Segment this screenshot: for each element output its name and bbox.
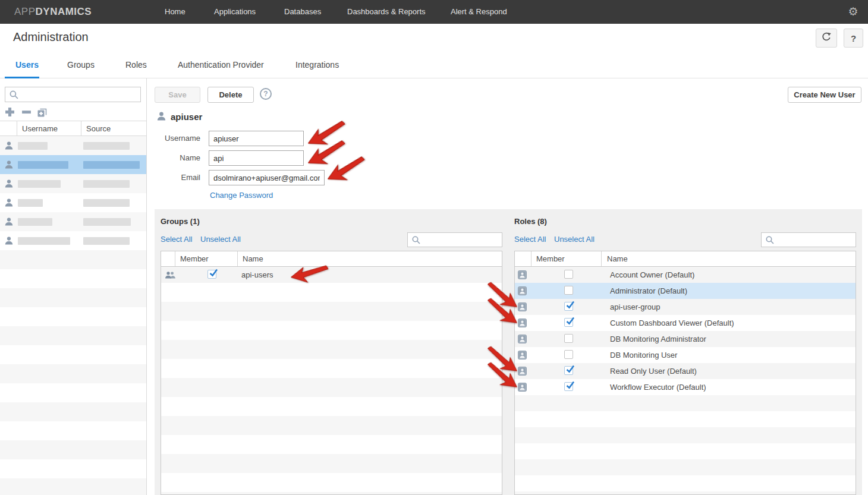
help-circle-icon[interactable]: ? xyxy=(260,88,272,100)
roles-select-all-link[interactable]: Select All xyxy=(514,235,546,244)
username-input[interactable] xyxy=(209,131,304,146)
empty-row xyxy=(0,288,146,307)
member-checkbox[interactable] xyxy=(564,270,573,279)
user-row[interactable] xyxy=(0,212,147,231)
gear-icon[interactable]: ⚙ xyxy=(847,5,860,18)
name-input[interactable] xyxy=(209,150,304,166)
membership-panel: Groups (1) Select All Unselect All Membe… xyxy=(155,209,862,495)
username-redacted xyxy=(18,199,43,207)
empty-row xyxy=(161,454,502,473)
search-icon xyxy=(411,235,421,245)
email-label: Email xyxy=(144,170,200,185)
nav-item-home[interactable]: Home xyxy=(165,0,185,24)
role-row-workflow-executor-default[interactable]: Workflow Executor (Default) xyxy=(515,379,856,395)
role-name: Account Owner (Default) xyxy=(610,270,694,279)
empty-row xyxy=(161,416,502,435)
roles-search-input[interactable] xyxy=(777,234,853,246)
add-user-icon[interactable] xyxy=(5,107,15,117)
nav-item-alert-respond[interactable]: Alert & Respond xyxy=(451,0,507,24)
user-icon xyxy=(4,236,14,245)
groups-table-header: Member Name xyxy=(161,251,502,267)
role-icon xyxy=(518,367,527,376)
duplicate-user-icon[interactable] xyxy=(37,107,47,117)
create-new-user-button[interactable]: Create New User xyxy=(788,87,861,103)
search-icon xyxy=(9,90,19,100)
role-name: Administrator (Default) xyxy=(610,286,687,295)
source-redacted xyxy=(83,218,131,226)
group-row-api-users[interactable]: api-users xyxy=(161,267,502,283)
member-checkbox[interactable] xyxy=(564,382,573,391)
username-redacted xyxy=(18,237,70,245)
role-row-db-monitoring-administrator[interactable]: DB Monitoring Administrator xyxy=(515,331,856,347)
member-checkbox[interactable] xyxy=(564,286,573,295)
tab-groups[interactable]: Groups xyxy=(67,60,95,70)
groups-table: Member Name api-users xyxy=(161,251,502,495)
member-checkbox[interactable] xyxy=(564,350,573,359)
member-checkbox[interactable] xyxy=(564,366,573,375)
page-title: Administration xyxy=(13,30,89,44)
member-checkbox[interactable] xyxy=(564,334,573,343)
groups-unselect-all-link[interactable]: Unselect All xyxy=(200,235,241,244)
user-row[interactable] xyxy=(0,155,147,174)
user-search-input[interactable] xyxy=(21,88,138,101)
role-row-db-monitoring-user[interactable]: DB Monitoring User xyxy=(515,347,856,363)
empty-row xyxy=(161,321,502,340)
column-name: Name xyxy=(607,254,628,263)
question-mark-icon: ? xyxy=(851,33,856,43)
role-icon xyxy=(518,270,527,279)
tab-integrations[interactable]: Integrations xyxy=(295,60,339,70)
user-heading: apiuser xyxy=(171,112,202,122)
user-row[interactable] xyxy=(0,174,147,193)
user-row[interactable] xyxy=(0,231,147,250)
change-password-link[interactable]: Change Password xyxy=(210,191,273,200)
user-row[interactable] xyxy=(0,136,147,155)
appdynamics-logo: APPDYNAMICS xyxy=(14,0,92,24)
save-button[interactable]: Save xyxy=(155,87,200,103)
source-redacted xyxy=(83,180,130,188)
nav-item-dashboards-reports[interactable]: Dashboards & Reports xyxy=(347,0,426,24)
email-input[interactable] xyxy=(209,170,325,185)
roles-unselect-all-link[interactable]: Unselect All xyxy=(554,235,595,244)
delete-button[interactable]: Delete xyxy=(207,87,254,103)
annotation-arrow-username-input xyxy=(304,118,350,152)
empty-row xyxy=(161,435,502,454)
role-icon xyxy=(518,302,527,311)
user-icon xyxy=(156,111,166,121)
remove-user-icon[interactable] xyxy=(21,107,32,117)
user-list-body xyxy=(0,136,147,250)
user-table-header: Username Source xyxy=(0,121,147,136)
column-source: Source xyxy=(86,124,111,133)
groups-select-all-link[interactable]: Select All xyxy=(161,235,192,244)
user-row[interactable] xyxy=(0,193,147,212)
role-icon xyxy=(518,351,527,360)
role-row-api-user-group[interactable]: api-user-group xyxy=(515,299,856,315)
group-name: api-users xyxy=(241,270,273,279)
source-redacted xyxy=(83,161,140,169)
empty-row xyxy=(0,402,146,421)
groups-search-input[interactable] xyxy=(423,234,499,246)
nav-item-applications[interactable]: Applications xyxy=(214,0,256,24)
member-checkbox[interactable] xyxy=(207,270,216,279)
user-search xyxy=(5,87,141,102)
empty-row xyxy=(0,440,146,459)
role-row-read-only-user-default[interactable]: Read Only User (Default) xyxy=(515,363,856,379)
member-checkbox[interactable] xyxy=(564,318,573,327)
roles-table-body: Account Owner (Default) Administrator (D… xyxy=(515,267,856,395)
refresh-button[interactable] xyxy=(816,29,837,48)
tab-users[interactable]: Users xyxy=(15,60,39,70)
user-icon xyxy=(4,217,14,226)
tab-bar: UsersGroupsRolesAuthentication ProviderI… xyxy=(0,52,868,78)
nav-item-databases[interactable]: Databases xyxy=(284,0,321,24)
role-row-custom-dashboard-viewer-default[interactable]: Custom Dashboard Viewer (Default) xyxy=(515,315,856,331)
role-icon xyxy=(518,383,527,392)
empty-row xyxy=(161,283,502,302)
role-row-administrator-default[interactable]: Administrator (Default) xyxy=(515,283,856,299)
role-row-account-owner-default[interactable]: Account Owner (Default) xyxy=(515,267,856,283)
roles-table-header: Member Name xyxy=(515,251,856,267)
help-button[interactable]: ? xyxy=(844,29,863,48)
member-checkbox[interactable] xyxy=(564,302,573,311)
tab-authentication-provider[interactable]: Authentication Provider xyxy=(178,60,264,70)
tab-roles[interactable]: Roles xyxy=(125,60,147,70)
roles-title: Roles (8) xyxy=(514,217,547,226)
empty-row xyxy=(161,473,502,492)
